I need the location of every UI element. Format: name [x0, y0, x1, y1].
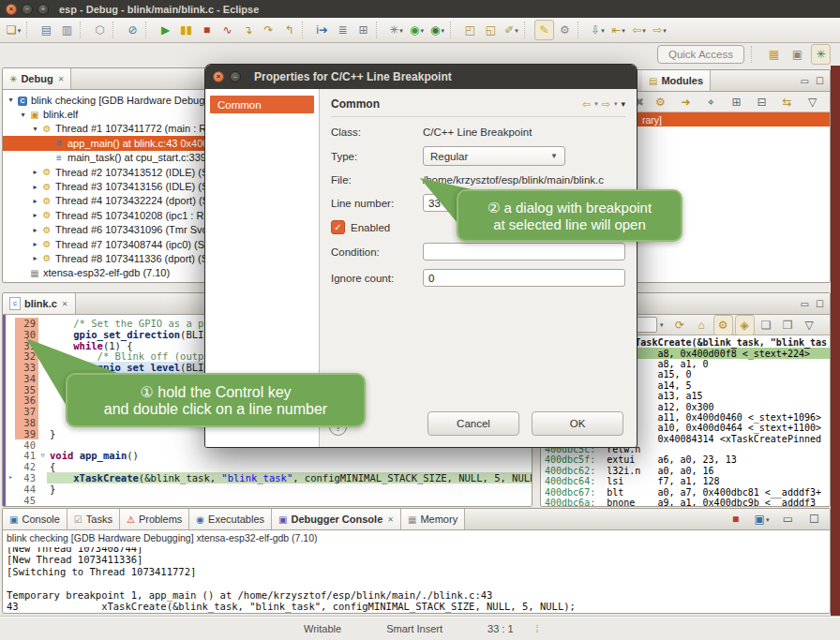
line-number[interactable]: 42	[15, 461, 38, 472]
drop-to-frame-icon[interactable]: ≣	[333, 20, 352, 40]
import-project-icon[interactable]: ◱	[481, 20, 501, 40]
tab-debug[interactable]: ✳ Debug ✕	[3, 68, 71, 89]
new-wizard-icon[interactable]: ❏▾	[4, 20, 23, 40]
line-number[interactable]: 43	[15, 472, 38, 484]
build-binary-icon[interactable]: ⬡	[90, 20, 110, 40]
instruction-stepping-icon[interactable]: i➜	[312, 20, 332, 40]
forward-icon[interactable]: ⇨▾	[650, 20, 669, 40]
minimize-view-icon[interactable]: ▭	[801, 299, 809, 309]
sidebar-item-common[interactable]: Common	[210, 96, 314, 113]
build-icon[interactable]: ✳▾	[386, 20, 406, 40]
code-line[interactable]: 41⊖void app_main()	[3, 451, 532, 462]
cpp-perspective-icon[interactable]: ▣	[788, 44, 807, 65]
code-line[interactable]: 42{	[3, 461, 532, 472]
tab-executables[interactable]: ◉Executables	[189, 509, 272, 529]
refresh-icon[interactable]: ⟳	[670, 315, 690, 335]
disconnect-icon[interactable]: ∿	[218, 20, 237, 40]
window-maximize-icon[interactable]: +	[38, 4, 49, 15]
mark-occurrences-icon[interactable]: ⇩▾	[588, 20, 608, 40]
type-select[interactable]: Regular ▼	[423, 146, 565, 166]
expand-all-icon[interactable]: ⊞	[727, 92, 746, 112]
line-number[interactable]: 40	[15, 439, 38, 451]
debug-perspective-icon[interactable]: ✳	[811, 44, 831, 65]
forward-icon[interactable]: ⇨	[602, 98, 610, 111]
tab-console[interactable]: ▣Console	[3, 509, 68, 529]
tab-debugger-console[interactable]: ▣Debugger Console✕	[272, 509, 401, 529]
terminate-icon[interactable]: ■	[197, 20, 217, 40]
expander-icon[interactable]: ▸	[30, 254, 40, 262]
minimize-view-icon[interactable]: ▭	[778, 509, 798, 529]
back-icon[interactable]: ⇦▾	[629, 20, 649, 40]
code-line[interactable]: 45	[3, 495, 532, 506]
expander-icon[interactable]: ▸	[30, 168, 40, 176]
code-line[interactable]: ➤43 xTaskCreate(&blink_task, "blink_task…	[3, 472, 532, 484]
expander-icon[interactable]: ▸	[30, 226, 40, 234]
line-number[interactable]: 29	[15, 318, 38, 329]
condition-input[interactable]	[423, 243, 625, 260]
step-return-icon[interactable]: ↰	[279, 20, 299, 40]
use-step-filters-icon[interactable]: ⊞	[353, 20, 373, 40]
pin-view-icon[interactable]: ❐	[778, 315, 798, 335]
collapse-all-icon[interactable]: ⊟	[752, 92, 772, 112]
preferences-icon[interactable]: ⚙	[555, 20, 575, 40]
cancel-button[interactable]: Cancel	[428, 411, 519, 436]
skip-all-breakpoints-icon[interactable]: ⊘	[123, 20, 142, 40]
tab-problems[interactable]: ⚠Problems	[120, 509, 189, 529]
close-icon[interactable]: ✕	[58, 75, 65, 83]
save-icon[interactable]: ▤	[37, 20, 56, 40]
terminate-console-icon[interactable]: ■	[726, 509, 745, 529]
enabled-checkbox[interactable]: ✓	[331, 220, 345, 234]
quick-access-button[interactable]: Quick Access	[657, 45, 744, 64]
link-view-icon[interactable]: ⇆	[777, 92, 797, 112]
line-number[interactable]: 39	[15, 428, 38, 439]
tab-tasks[interactable]: ☑Tasks	[68, 509, 120, 529]
menu-icon[interactable]: ▾	[621, 99, 625, 109]
maximize-view-icon[interactable]: ☐	[816, 76, 824, 86]
home-icon[interactable]: ⌂	[692, 315, 712, 335]
resume-icon[interactable]: ▶	[156, 20, 175, 40]
sync-selection-icon[interactable]: ◈	[735, 315, 755, 335]
window-minimize-icon[interactable]: −	[22, 4, 33, 15]
line-number[interactable]: 44	[15, 484, 38, 495]
step-into-icon[interactable]: ↴	[238, 20, 258, 40]
close-icon[interactable]: ✕	[387, 515, 394, 524]
close-icon[interactable]: ✕	[62, 300, 68, 308]
minimize-view-icon[interactable]: ▭	[801, 76, 809, 86]
code-line[interactable]: 44}	[3, 484, 532, 495]
debug-icon[interactable]: ◉▾	[428, 20, 447, 40]
expander-icon[interactable]: ▾	[18, 111, 28, 119]
view-menu-icon[interactable]: ▽	[802, 92, 822, 112]
display-console-icon[interactable]: ▣▾	[752, 509, 772, 529]
maximize-view-icon[interactable]: ☐	[816, 299, 824, 309]
expander-icon[interactable]: ▸	[30, 197, 40, 205]
view-menu-icon[interactable]: ▽	[800, 315, 819, 335]
dialog-close-icon[interactable]: ✕	[213, 71, 224, 82]
tab-memory[interactable]: ▦Memory	[401, 509, 465, 529]
ok-button[interactable]: OK	[532, 411, 623, 436]
last-edit-location-icon[interactable]: ⇤▾	[608, 20, 628, 40]
highlight-icon[interactable]: ✎	[534, 20, 554, 40]
console-output[interactable]: [New Thread 1073408744][New Thread 10734…	[3, 547, 830, 614]
back-icon[interactable]: ⇦	[582, 98, 591, 111]
save-all-icon[interactable]: ▥	[57, 20, 77, 40]
open-perspective-icon[interactable]: ▦	[764, 44, 784, 65]
open-project-icon[interactable]: ◰	[460, 20, 480, 40]
run-icon[interactable]: ◉▾	[407, 20, 427, 40]
chevron-down-icon[interactable]: ▾	[660, 321, 664, 329]
tab-blink-c[interactable]: c blink.c ✕	[3, 293, 76, 314]
expander-icon[interactable]: ▸	[30, 183, 40, 191]
new-view-icon[interactable]: ❏	[757, 315, 776, 335]
fold-icon[interactable]: ⊖	[38, 452, 47, 459]
expander-icon[interactable]: ▸	[30, 240, 40, 248]
maximize-view-icon[interactable]: ☐	[804, 509, 824, 529]
annotate-icon[interactable]: ✐▾	[502, 20, 521, 40]
deselect-icon[interactable]: ⌖	[701, 92, 721, 112]
step-over-icon[interactable]: ↷	[259, 20, 278, 40]
goto-address-icon[interactable]: ➜	[676, 92, 696, 112]
tab-modules[interactable]: ▤ Modules	[642, 70, 711, 91]
line-number[interactable]: 45	[15, 495, 38, 506]
ignore-count-input[interactable]	[423, 269, 625, 287]
suspend-icon[interactable]: ▮▮	[176, 20, 196, 40]
dialog-minimize-icon[interactable]: −	[230, 71, 241, 82]
window-close-icon[interactable]: ✕	[6, 4, 17, 15]
